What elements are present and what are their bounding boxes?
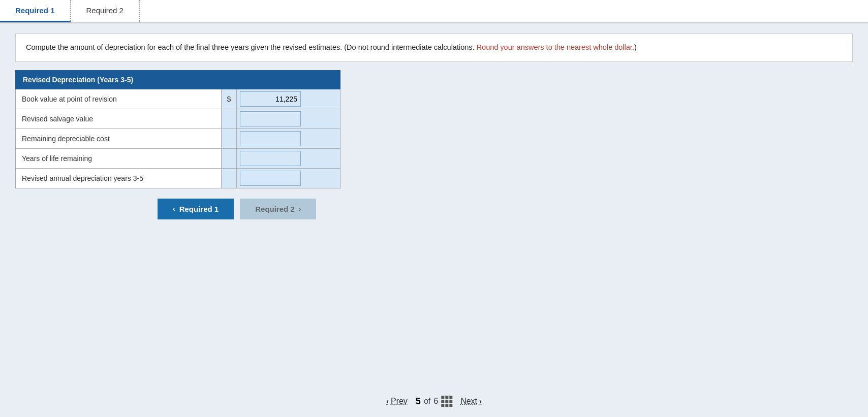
currency-symbol-1: $: [221, 89, 236, 109]
input-annual-depreciation[interactable]: [240, 171, 301, 186]
currency-symbol-2: [221, 109, 236, 129]
current-page: 5: [416, 396, 421, 407]
tab-required1-label: Required 1: [15, 6, 55, 15]
next-button[interactable]: Next ›: [460, 397, 482, 406]
table-row: Revised annual depreciation years 3-5: [16, 168, 340, 188]
instruction-text: Compute the amount of depreciation for e…: [26, 43, 637, 51]
bottom-nav: ‹ Prev 5 of 6 Next ›: [386, 396, 481, 407]
table-header: Revised Depreciation (Years 3-5): [16, 70, 340, 89]
table-row: Remaining depreciable cost: [16, 129, 340, 148]
tab-required1[interactable]: Required 1: [0, 0, 71, 22]
next-chevron-icon: ›: [479, 397, 482, 405]
table-header-text: Revised Depreciation (Years 3-5): [23, 76, 133, 84]
input-cell-4[interactable]: [236, 148, 340, 168]
tab-required2[interactable]: Required 2: [71, 0, 140, 22]
instruction-box: Compute the amount of depreciation for e…: [15, 34, 853, 62]
btn-required1-label: Required 1: [179, 205, 219, 213]
btn-required2-label: Required 2: [255, 205, 295, 213]
grid-icon: [441, 396, 452, 407]
btn-required1[interactable]: ‹ Required 1: [158, 199, 234, 219]
total-pages: 6: [433, 397, 438, 406]
input-salvage-value[interactable]: [240, 111, 301, 126]
prev-button[interactable]: ‹ Prev: [386, 397, 408, 406]
table-row: Years of life remaining: [16, 148, 340, 168]
prev-label: Prev: [391, 397, 408, 406]
instruction-highlighted: Round your answers to the nearest whole …: [477, 43, 634, 51]
row-label-years-remaining: Years of life remaining: [16, 148, 222, 168]
tab-required2-label: Required 2: [86, 6, 123, 15]
next-label: Next: [460, 397, 477, 406]
tab-bar: Required 1 Required 2: [0, 0, 868, 23]
currency-symbol-3: [221, 129, 236, 148]
input-years-remaining[interactable]: [240, 151, 301, 166]
table-row: Book value at point of revision $: [16, 89, 340, 109]
input-cell-5[interactable]: [236, 168, 340, 188]
main-content: Compute the amount of depreciation for e…: [0, 23, 868, 230]
input-cell-3[interactable]: [236, 129, 340, 148]
prev-chevron-icon: ‹: [386, 397, 389, 405]
of-label: of: [424, 397, 430, 406]
nav-buttons: ‹ Required 1 Required 2 ›: [158, 199, 853, 219]
chevron-left-icon: ‹: [173, 205, 175, 213]
table-row: Revised salvage value: [16, 109, 340, 129]
input-cell-1[interactable]: [236, 89, 340, 109]
page-wrapper: Required 1 Required 2 Compute the amount…: [0, 0, 868, 417]
chevron-right-icon: ›: [299, 205, 301, 213]
currency-symbol-4: [221, 148, 236, 168]
row-label-depreciable-cost: Remaining depreciable cost: [16, 129, 222, 148]
row-label-salvage-value: Revised salvage value: [16, 109, 222, 129]
page-info: 5 of 6: [416, 396, 452, 407]
btn-required2[interactable]: Required 2 ›: [240, 199, 316, 219]
depreciation-table: Revised Depreciation (Years 3-5) Book va…: [15, 70, 340, 188]
currency-symbol-5: [221, 168, 236, 188]
input-book-value[interactable]: [240, 91, 301, 107]
row-label-annual-depreciation: Revised annual depreciation years 3-5: [16, 168, 222, 188]
input-depreciable-cost[interactable]: [240, 131, 301, 146]
row-label-book-value: Book value at point of revision: [16, 89, 222, 109]
input-cell-2[interactable]: [236, 109, 340, 129]
